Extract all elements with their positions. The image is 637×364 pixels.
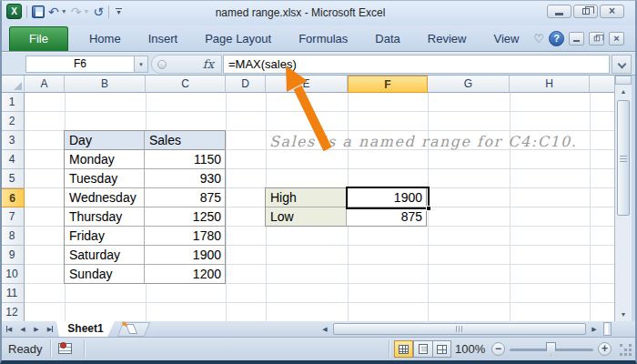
fill-handle[interactable]: [426, 206, 431, 211]
vertical-split-handle[interactable]: [615, 76, 632, 85]
row-header-1[interactable]: 1: [0, 93, 25, 112]
cell-high-label[interactable]: High: [266, 188, 347, 207]
tab-view[interactable]: View: [480, 27, 532, 51]
tab-page-layout[interactable]: Page Layout: [191, 27, 285, 51]
title-bar: X ↶ ▼ ↷ ▼ ↺ ▼ named range.xlsx - Microso…: [0, 0, 637, 25]
row-header-11[interactable]: 11: [0, 284, 25, 303]
expand-formula-bar-button[interactable]: [612, 55, 632, 74]
workbook-minimize-button[interactable]: [569, 32, 584, 46]
normal-view-button[interactable]: [394, 340, 413, 358]
insert-function-icon[interactable]: fx: [203, 57, 214, 71]
chevron-down-icon: [618, 60, 627, 69]
workbook-restore-button[interactable]: [589, 32, 604, 46]
tab-formulas[interactable]: Formulas: [285, 27, 361, 51]
scroll-up-icon[interactable]: ▲: [615, 85, 632, 98]
cell-sales[interactable]: 1250: [145, 207, 225, 226]
cell-day[interactable]: Friday: [65, 227, 145, 245]
row-header-7[interactable]: 7: [0, 207, 25, 227]
sheet-tab-bar: ◀ ◀ ▶ ▶ Sheet1 ✱ ◀ ▶: [0, 321, 637, 337]
column-header-b[interactable]: B: [65, 76, 146, 93]
tab-review[interactable]: Review: [414, 27, 480, 51]
column-header-partial[interactable]: [590, 76, 614, 93]
page-break-icon: [437, 345, 447, 354]
horizontal-scroll-thumb[interactable]: [333, 323, 586, 335]
table-row: Saturday 1900: [65, 246, 225, 265]
cell-sales[interactable]: 875: [145, 188, 225, 207]
macro-record-icon[interactable]: [58, 343, 72, 354]
column-header-f-selected[interactable]: F: [348, 76, 428, 93]
cell-sales[interactable]: 1200: [145, 265, 225, 283]
tab-data[interactable]: Data: [361, 27, 413, 51]
scroll-down-icon[interactable]: ▼: [615, 308, 632, 321]
scroll-right-icon[interactable]: ▶: [588, 322, 601, 336]
table-row: Wednesday 875: [65, 188, 225, 207]
column-header-c[interactable]: C: [146, 76, 226, 93]
tab-insert[interactable]: Insert: [135, 27, 192, 51]
minimize-ribbon-icon[interactable]: ♡: [533, 32, 544, 46]
row-header-8[interactable]: 8: [0, 227, 25, 246]
workbook-close-button[interactable]: ×: [609, 32, 624, 46]
zoom-level-label[interactable]: 100%: [455, 342, 485, 356]
last-sheet-button[interactable]: ▶: [44, 322, 56, 336]
row-header-4[interactable]: 4: [0, 150, 25, 169]
selected-cell-border[interactable]: [346, 187, 430, 209]
ribbon-tab-bar: File Home Insert Page Layout Formulas Da…: [0, 25, 637, 52]
column-header-h[interactable]: H: [510, 76, 590, 93]
cell-sales[interactable]: 1900: [145, 246, 225, 264]
column-header-g[interactable]: G: [428, 76, 510, 93]
cell-day[interactable]: Wednesday: [65, 188, 145, 207]
zoom-in-button[interactable]: +: [598, 342, 612, 356]
previous-sheet-button[interactable]: ◀: [16, 322, 29, 336]
row-header-6-selected[interactable]: 6: [0, 188, 25, 207]
page-layout-view-button[interactable]: [413, 340, 432, 358]
cell-day[interactable]: Monday: [65, 150, 145, 168]
row-headers: 1 2 3 4 5 6 7 8 9 10 11 12: [0, 93, 25, 321]
scroll-left-icon[interactable]: ◀: [318, 322, 331, 336]
formula-bar-cap: [157, 60, 167, 69]
low-row: Low 875: [266, 207, 426, 226]
column-header-a[interactable]: A: [25, 76, 65, 93]
row-header-9[interactable]: 9: [0, 246, 25, 265]
page-break-view-button[interactable]: [432, 340, 451, 358]
first-sheet-button[interactable]: ◀: [3, 322, 15, 336]
horizontal-split-handle[interactable]: [603, 322, 612, 336]
row-header-10[interactable]: 10: [0, 265, 25, 284]
cell-sales[interactable]: 1780: [145, 227, 225, 245]
resize-grip[interactable]: [620, 344, 632, 357]
close-button[interactable]: ×: [600, 5, 624, 18]
table-header-row: Day Sales: [65, 131, 225, 150]
cell-day[interactable]: Thursday: [65, 207, 145, 226]
cell-low-label[interactable]: Low: [266, 207, 347, 226]
column-header-d[interactable]: D: [226, 76, 266, 93]
minimize-button[interactable]: [547, 5, 571, 18]
row-header-12[interactable]: 12: [0, 303, 25, 321]
zoom-out-button[interactable]: −: [491, 342, 505, 356]
cell-sales[interactable]: 930: [145, 169, 225, 187]
sheet-tab-sheet1[interactable]: Sheet1: [56, 321, 115, 337]
vertical-scroll-thumb[interactable]: [617, 100, 630, 216]
row-header-5[interactable]: 5: [0, 169, 25, 188]
zoom-slider-thumb[interactable]: [546, 342, 556, 356]
vertical-scrollbar[interactable]: ▲ ▼: [614, 76, 632, 321]
cell-day[interactable]: Tuesday: [65, 169, 145, 187]
tab-home[interactable]: Home: [76, 27, 135, 51]
select-all-corner[interactable]: [0, 76, 25, 93]
cell-sales[interactable]: 1150: [145, 150, 225, 168]
row-header-3[interactable]: 3: [0, 131, 25, 150]
header-cell-day[interactable]: Day: [65, 131, 145, 149]
thumb-grip: [456, 326, 464, 332]
name-box-dropdown-icon[interactable]: ▼: [135, 56, 148, 73]
tab-file[interactable]: File: [9, 26, 68, 51]
table-row: Monday 1150: [65, 150, 225, 169]
cell-day[interactable]: Sunday: [65, 265, 145, 283]
next-sheet-button[interactable]: ▶: [30, 322, 43, 336]
name-box[interactable]: F6: [25, 56, 135, 73]
cell-low-value[interactable]: 875: [347, 207, 426, 226]
table-row: Sunday 1200: [65, 265, 225, 283]
restore-button[interactable]: [573, 5, 598, 18]
header-cell-sales[interactable]: Sales: [145, 131, 225, 149]
cell-day[interactable]: Saturday: [65, 246, 145, 264]
normal-view-icon: [399, 345, 409, 354]
row-header-2[interactable]: 2: [0, 112, 25, 131]
help-icon[interactable]: ?: [549, 31, 564, 46]
